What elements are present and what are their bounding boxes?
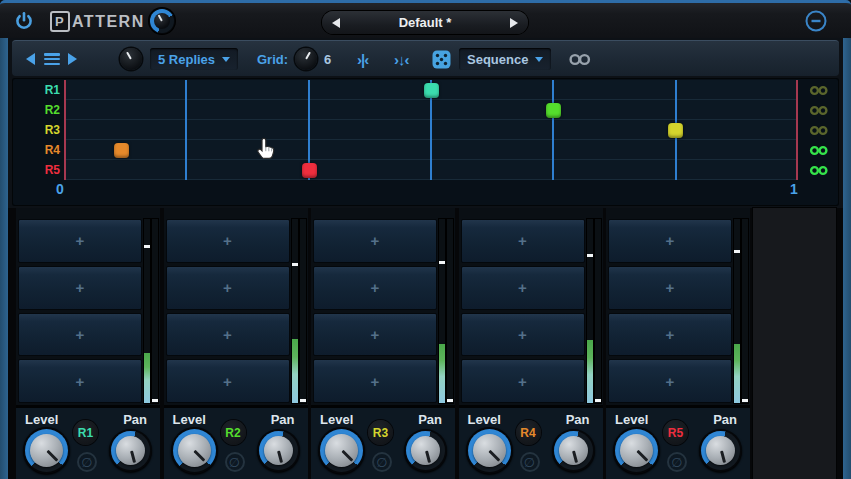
strip-fader-meter[interactable] bbox=[439, 219, 445, 403]
plugin-logo: P ATTERN bbox=[50, 11, 145, 32]
add-effect-slot[interactable]: + bbox=[18, 219, 142, 263]
preset-name: Default * bbox=[399, 15, 452, 30]
add-effect-slot[interactable]: + bbox=[166, 219, 290, 263]
minimize-icon[interactable] bbox=[805, 10, 827, 32]
collapse-horizontal-icon[interactable]: ›|‹ bbox=[357, 41, 368, 77]
strip-meter bbox=[152, 219, 158, 403]
row-link-icon-r4[interactable] bbox=[806, 140, 832, 160]
plus-icon: + bbox=[666, 279, 675, 296]
add-effect-slot[interactable]: + bbox=[313, 266, 437, 310]
phase-invert-button[interactable]: ∅ bbox=[225, 452, 245, 472]
drywet-knob-cap bbox=[154, 13, 170, 29]
plugin-window: P ATTERN Default * 5 Replies Grid: 6 bbox=[0, 0, 851, 479]
add-effect-slot[interactable]: + bbox=[461, 359, 585, 403]
add-effect-slot[interactable]: + bbox=[313, 219, 437, 263]
replies-knob[interactable] bbox=[120, 41, 142, 77]
meter-fill bbox=[439, 344, 445, 403]
add-effect-slot[interactable]: + bbox=[166, 359, 290, 403]
grid-knob[interactable] bbox=[295, 41, 317, 77]
channel-strip-r5: ++++ Level Pan R5 ∅ bbox=[606, 208, 750, 479]
fader-handle[interactable] bbox=[587, 254, 593, 257]
row-label-r4: R4 bbox=[28, 140, 60, 160]
add-effect-slot[interactable]: + bbox=[608, 266, 732, 310]
axis-label-start: 0 bbox=[56, 181, 64, 197]
add-effect-slot[interactable]: + bbox=[461, 266, 585, 310]
chevron-down-icon bbox=[535, 57, 543, 62]
level-knob[interactable] bbox=[171, 427, 218, 474]
add-effect-slot[interactable]: + bbox=[166, 313, 290, 357]
plus-icon: + bbox=[518, 279, 527, 296]
add-effect-slot[interactable]: + bbox=[608, 359, 732, 403]
fader-handle[interactable] bbox=[292, 263, 298, 266]
pan-knob[interactable] bbox=[109, 429, 152, 472]
add-effect-slot[interactable]: + bbox=[18, 266, 142, 310]
plus-icon: + bbox=[76, 326, 85, 343]
row-link-icon-r1[interactable] bbox=[806, 80, 832, 100]
plus-icon: + bbox=[518, 232, 527, 249]
power-icon[interactable] bbox=[14, 11, 34, 31]
fader-handle[interactable] bbox=[734, 250, 740, 253]
effect-slot-column: ++++ bbox=[18, 219, 142, 403]
fader-handle[interactable] bbox=[144, 245, 150, 248]
pan-knob[interactable] bbox=[699, 429, 742, 472]
add-effect-slot[interactable]: + bbox=[461, 219, 585, 263]
preset-prev-icon[interactable] bbox=[332, 18, 340, 28]
pan-label: Pan bbox=[418, 412, 442, 427]
strip-fader-meter[interactable] bbox=[734, 219, 740, 403]
row-link-icon-r2[interactable] bbox=[806, 100, 832, 120]
plus-icon: + bbox=[666, 373, 675, 390]
randomize-dice-icon[interactable] bbox=[432, 41, 451, 77]
plus-icon: + bbox=[76, 279, 85, 296]
pan-knob[interactable] bbox=[552, 429, 595, 472]
sequencer-plot[interactable] bbox=[64, 80, 798, 180]
step-back-button[interactable] bbox=[26, 41, 35, 77]
link-all-icon[interactable] bbox=[568, 41, 592, 77]
add-effect-slot[interactable]: + bbox=[166, 266, 290, 310]
strip-meter bbox=[447, 219, 453, 403]
fader-handle[interactable] bbox=[439, 261, 445, 264]
meter-bottom-tick bbox=[300, 399, 306, 402]
row-link-icon-r3[interactable] bbox=[806, 120, 832, 140]
strip-fader-meter[interactable] bbox=[292, 219, 298, 403]
pan-label: Pan bbox=[566, 412, 590, 427]
sequence-node-r2[interactable] bbox=[546, 103, 561, 118]
add-effect-slot[interactable]: + bbox=[18, 359, 142, 403]
pan-knob[interactable] bbox=[404, 429, 447, 472]
row-link-icon-r5[interactable] bbox=[806, 160, 832, 180]
add-effect-slot[interactable]: + bbox=[18, 313, 142, 357]
phase-invert-button[interactable]: ∅ bbox=[667, 452, 687, 472]
menu-icon[interactable] bbox=[44, 41, 60, 77]
sequence-node-r5[interactable] bbox=[302, 163, 317, 178]
add-effect-slot[interactable]: + bbox=[313, 313, 437, 357]
add-effect-slot[interactable]: + bbox=[608, 219, 732, 263]
preset-selector[interactable]: Default * bbox=[322, 11, 528, 34]
plus-icon: + bbox=[223, 279, 232, 296]
sequence-node-r3[interactable] bbox=[668, 123, 683, 138]
axis-label-end: 1 bbox=[790, 181, 798, 197]
level-knob[interactable] bbox=[613, 427, 660, 474]
strip-fader-meter[interactable] bbox=[144, 219, 150, 403]
phase-invert-button[interactable]: ∅ bbox=[520, 452, 540, 472]
add-effect-slot[interactable]: + bbox=[608, 313, 732, 357]
phase-invert-button[interactable]: ∅ bbox=[372, 452, 392, 472]
channel-strip-r2: ++++ Level Pan R2 ∅ bbox=[164, 208, 308, 479]
sequence-node-r4[interactable] bbox=[114, 143, 129, 158]
phase-invert-button[interactable]: ∅ bbox=[77, 452, 97, 472]
pan-knob[interactable] bbox=[257, 429, 300, 472]
drywet-knob[interactable] bbox=[149, 8, 175, 34]
level-knob[interactable] bbox=[23, 427, 70, 474]
plus-icon: + bbox=[223, 326, 232, 343]
mode-dropdown[interactable]: Sequence bbox=[459, 41, 551, 77]
step-forward-button[interactable] bbox=[68, 41, 77, 77]
sequence-node-r1[interactable] bbox=[424, 83, 439, 98]
row-badge: R3 bbox=[368, 420, 393, 445]
preset-next-icon[interactable] bbox=[510, 18, 518, 28]
level-knob[interactable] bbox=[466, 427, 513, 474]
replies-dropdown[interactable]: 5 Replies bbox=[150, 41, 238, 77]
strip-fader-meter[interactable] bbox=[587, 219, 593, 403]
add-effect-slot[interactable]: + bbox=[313, 359, 437, 403]
collapse-vertical-icon[interactable]: ›↓‹ bbox=[394, 41, 409, 77]
level-knob[interactable] bbox=[318, 427, 365, 474]
channel-strip-r1: ++++ Level Pan R1 ∅ bbox=[16, 208, 160, 479]
add-effect-slot[interactable]: + bbox=[461, 313, 585, 357]
